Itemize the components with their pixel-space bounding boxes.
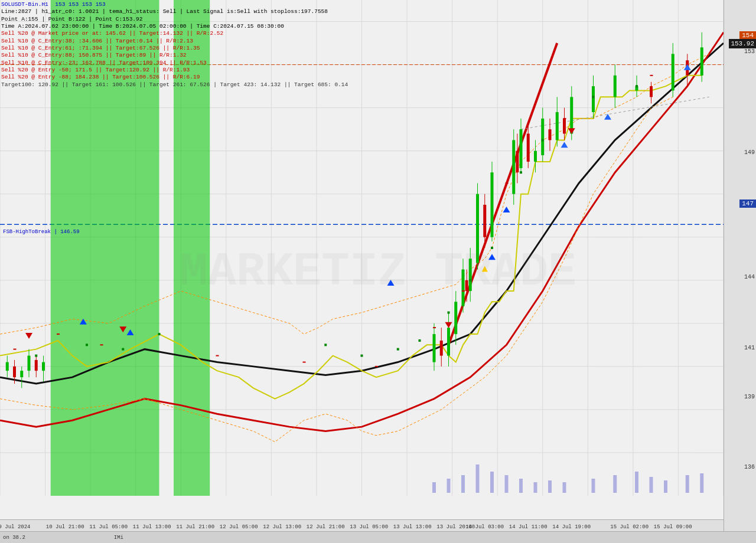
time-axis: 9 Jul 2024 10 Jul 21:00 11 Jul 05:00 11 … — [0, 519, 724, 531]
fsb-line-label: FSB-HighToBreak | 146.59 — [3, 229, 80, 235]
chart-canvas — [0, 0, 724, 519]
bottom-bar-text: on 38.2 — [3, 535, 25, 541]
imi-text: IMi — [114, 535, 123, 541]
time-label-2: 11 Jul 05:00 — [89, 524, 128, 530]
time-label-14: 15 Jul 02:00 — [610, 524, 649, 530]
time-label-3: 11 Jul 13:00 — [133, 524, 171, 530]
bottom-bar: on 38.2 IMi — [0, 531, 756, 543]
time-label-4: 11 Jul 21:00 — [176, 524, 214, 530]
time-label-0: 9 Jul 2024 — [0, 524, 31, 530]
price-level-141: 141 — [744, 344, 755, 351]
time-label-11: 14 Jul 03:00 — [465, 524, 504, 530]
price-level-144: 144 — [744, 274, 755, 280]
price-axis: 154 153 149 147 144 141 139 136 153.92 — [724, 0, 756, 543]
price-level-149: 149 — [744, 149, 755, 155]
current-price-box: 153.92 — [729, 39, 756, 48]
time-label-12: 14 Jul 11:00 — [509, 524, 548, 530]
price-level-153: 153 — [744, 48, 755, 55]
time-label-15: 15 Jul 09:00 — [654, 524, 692, 530]
price-level-147: 147 — [739, 199, 756, 208]
time-label-1: 10 Jul 21:00 — [46, 524, 84, 530]
time-label-6: 12 Jul 13:00 — [263, 524, 301, 530]
time-label-13: 14 Jul 19:00 — [552, 524, 591, 530]
chart-container: MARKETIZ TRADE SOLUSDT-Bin.H1 153 153 15… — [0, 0, 756, 543]
price-level-136: 136 — [744, 464, 755, 470]
time-label-9: 13 Jul 13:00 — [393, 524, 432, 530]
price-level-139: 139 — [744, 393, 755, 400]
time-label-8: 13 Jul 05:00 — [350, 524, 388, 530]
time-label-5: 12 Jul 05:00 — [220, 524, 258, 530]
time-label-7: 12 Jul 21:00 — [307, 524, 345, 530]
